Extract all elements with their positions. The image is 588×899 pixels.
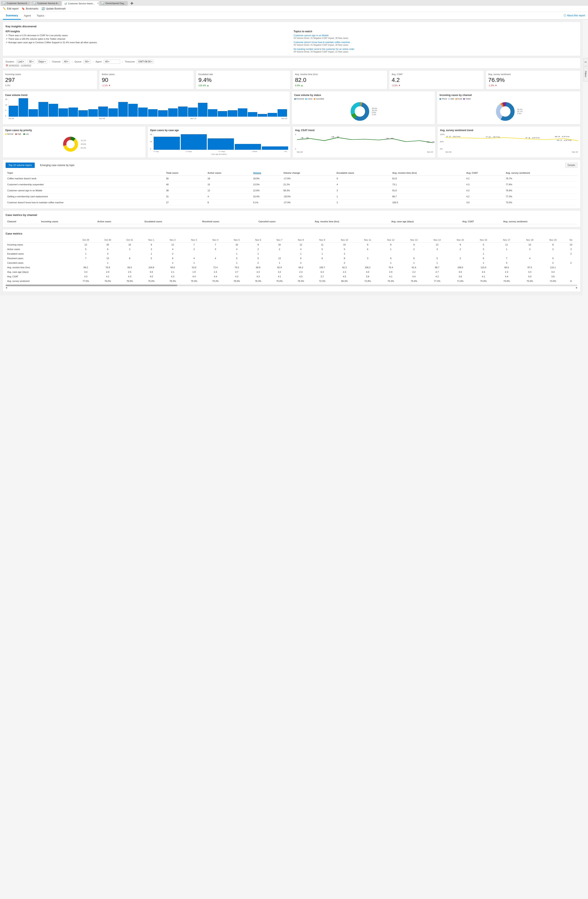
- edit-report-button[interactable]: ✏️ Edit report: [3, 7, 19, 10]
- col-volume[interactable]: Volume: [252, 170, 282, 176]
- cm-cell: 76.0%: [97, 279, 119, 283]
- cm-cell: [356, 252, 379, 256]
- ch-col-resolved: Resolved cases: [201, 219, 257, 224]
- cm-cell: 3: [518, 247, 541, 252]
- bookmarks-button[interactable]: 🔖 Bookmarks: [22, 7, 38, 10]
- metric-sentiment-value: 76.9%: [488, 77, 578, 83]
- agent-select[interactable]: All ▾: [103, 60, 120, 64]
- queue-select[interactable]: All ▾: [83, 60, 91, 64]
- topic-csat: 4.3: [465, 182, 504, 188]
- cm-cell: 1: [402, 261, 426, 265]
- timezone-select[interactable]: GMT-08:00 ▾: [137, 60, 154, 64]
- cm-cell: 20: [97, 243, 119, 247]
- cm-cell: 7: [205, 243, 226, 247]
- cm-cell: 4.4: [184, 274, 205, 279]
- cm-cell: 4.1: [97, 274, 119, 279]
- col-active[interactable]: Active cases: [206, 170, 251, 176]
- topic-link-1[interactable]: Customer cannot sign in on Mobile: [294, 34, 578, 37]
- tab-add[interactable]: ➕: [128, 1, 136, 6]
- tab-agent[interactable]: Agent: [21, 12, 34, 19]
- topic-active: 15: [206, 182, 251, 188]
- cm-cell: 1: [226, 252, 247, 256]
- update-bookmark-button[interactable]: 🔄 Update Bookmark: [42, 7, 66, 10]
- cm-col-nov14: Nov 14: [426, 238, 449, 243]
- topic-link-3[interactable]: No tracking number send to the customer …: [294, 48, 578, 50]
- cm-cell: 9: [449, 243, 472, 247]
- cm-cell: 3: [140, 247, 162, 252]
- duration-value-select[interactable]: Last ▾: [16, 60, 26, 64]
- topic-sentiment: 76.7%: [504, 176, 577, 182]
- cm-cell: 1: [290, 252, 312, 256]
- cm-cell: 6: [356, 247, 379, 252]
- topic-escalated: 3: [335, 188, 390, 193]
- cm-col-nov17: Nov 17: [495, 238, 518, 243]
- cm-cell: [379, 252, 402, 256]
- col-resolve[interactable]: Avg. resolve time (hrs): [391, 170, 465, 176]
- about-report-link[interactable]: ⓘ About this report: [563, 14, 585, 17]
- cm-cell: 79.4%: [402, 279, 426, 283]
- top-10-volume-button[interactable]: Top 10 volume topics: [6, 162, 35, 168]
- svg-text:77.5%: 77.5%: [446, 136, 461, 137]
- cm-cell: 7: [495, 256, 518, 261]
- details-button[interactable]: Details: [565, 163, 577, 168]
- cm-cell: 2: [247, 261, 269, 265]
- cm-cell: 2: [290, 261, 312, 265]
- cm-cell: 1: [247, 252, 269, 256]
- metric-incoming-change: 0.0%: [5, 84, 95, 87]
- tab-3[interactable]: 📊 Customer Service histori... ✕: [62, 1, 99, 6]
- col-csat[interactable]: Avg. CSAT: [465, 170, 504, 176]
- cm-cell: 8: [565, 279, 577, 283]
- tab-2[interactable]: 📊 Customer Service A...: [31, 1, 61, 6]
- cm-cell: 10: [226, 243, 247, 247]
- topic-sentiment: 77.3%: [504, 193, 577, 199]
- cm-cell: 115.1: [541, 265, 565, 270]
- duration-num-select[interactable]: 30 ▾: [28, 60, 35, 64]
- duration-unit-select[interactable]: Days ▾: [37, 60, 47, 64]
- cm-cell: 4.3: [75, 274, 97, 279]
- col-sentiment[interactable]: Avg. survey sentiment: [504, 170, 577, 176]
- tab-topics[interactable]: Topics: [34, 12, 47, 19]
- cm-cell: 1: [495, 247, 518, 252]
- metric-escalated-title: Escalated rate: [198, 73, 288, 76]
- col-vol-change[interactable]: Volume change: [282, 170, 335, 176]
- cm-cell: 9: [247, 243, 269, 247]
- cm-cell: 72.8%: [356, 279, 379, 283]
- key-insights-title: Key insights discovered: [6, 25, 577, 28]
- col-total[interactable]: Total cases: [164, 170, 206, 176]
- filters-panel-toggle-top[interactable]: ⟪: [583, 58, 588, 66]
- scroll-bar[interactable]: [6, 284, 577, 286]
- col-escalated[interactable]: Escalated cases: [335, 170, 390, 176]
- cm-cell: 1: [140, 252, 162, 256]
- case-metrics-table: Oct 29 Oct 30 Oct 31 Nov 1 Nov 2 Nov 3 N…: [6, 238, 577, 283]
- filters-card: Duration Last ▾ 30 ▾ Days ▾ | Channel Al…: [3, 58, 580, 69]
- table-row: Incoming cases12201081277109161211159891…: [6, 243, 577, 247]
- topics-table: Topic Total cases Active cases Volume Vo…: [6, 170, 577, 205]
- chevron-icon-3: ▾: [45, 60, 46, 63]
- cm-cell: [119, 261, 140, 265]
- tab-1[interactable]: 📊 Customer Service A...: [1, 1, 31, 6]
- table-row: Avg. case age (days)3.32.92.54.02.11.92.…: [6, 270, 577, 274]
- topic-link-2[interactable]: Customer doesn't know how to maintain co…: [294, 41, 578, 43]
- filters-panel-toggle-bottom[interactable]: Filters: [583, 66, 588, 82]
- cm-cell: [518, 261, 541, 265]
- tab-4[interactable]: 📊 Omnichannel Ong...: [99, 1, 128, 6]
- cm-cell: 5: [426, 256, 449, 261]
- cm-cell: 10: [119, 243, 140, 247]
- topic-escalated: 4: [335, 182, 390, 188]
- emerging-volume-button[interactable]: Emerging case volume by topic: [37, 162, 77, 168]
- tab-4-icon: 📊: [102, 2, 105, 5]
- table-row: Avg. CSAT4.34.14.34.04.34.44.44.34.34.14…: [6, 274, 577, 279]
- case-volume-status-card: Case volume by status Resolved Active Ca…: [292, 91, 435, 125]
- cm-cell: 16: [269, 243, 290, 247]
- cm-cell: [449, 261, 472, 265]
- channel-select[interactable]: All ▾: [62, 60, 70, 64]
- table-row: Customer's membership suspended 40 15 13…: [6, 182, 577, 188]
- cm-cell: [205, 252, 226, 256]
- tab-3-close[interactable]: ✕: [97, 2, 99, 5]
- cm-cell: 4: [205, 256, 226, 261]
- cm-cell: 1: [269, 261, 290, 265]
- ch-col-channel: Channel: [6, 219, 40, 224]
- tab-summary[interactable]: Summary: [3, 12, 21, 20]
- topic-total: 40: [164, 182, 206, 188]
- edit-icon: ✏️: [3, 7, 6, 10]
